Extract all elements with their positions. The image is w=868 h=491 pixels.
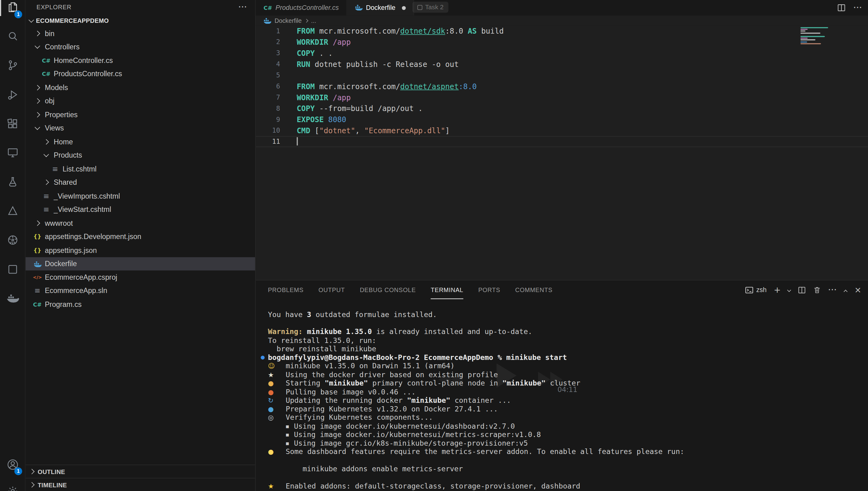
tree-item-bin[interactable]: bin [25, 27, 255, 40]
tree-item-label: List.cshtml [63, 165, 97, 173]
tree-item-productscontroller-cs[interactable]: C#ProductsController.cs [25, 67, 255, 81]
testing-icon[interactable] [0, 168, 25, 197]
panel-tab-ports[interactable]: PORTS [478, 280, 500, 299]
editor-more-actions-icon[interactable]: ··· [853, 5, 863, 10]
breadcrumb-more[interactable]: ... [311, 17, 316, 24]
tree-item-products[interactable]: Products [25, 149, 255, 162]
terminal-line: ★Enabled addons: default-storageclass, s… [268, 482, 868, 490]
command-marker-icon[interactable] [261, 355, 265, 359]
whale-icon: ● [268, 405, 286, 414]
panel-more-actions-icon[interactable]: ··· [829, 287, 837, 293]
panel-tab-output[interactable]: OUTPUT [319, 280, 345, 299]
bulb-icon: ● [268, 448, 286, 457]
tree-item-viewimports-cshtml[interactable]: ≡_ViewImports.cshtml [25, 189, 255, 203]
maximize-panel-icon[interactable] [844, 289, 848, 293]
extensions-icon[interactable] [0, 109, 25, 138]
terminal-dropdown-icon[interactable] [787, 288, 791, 292]
code-text: FROM mcr.microsoft.com/dotnet/sdk:8.0 AS… [297, 25, 504, 36]
tree-item-controllers[interactable]: Controllers [25, 40, 255, 54]
panel-tab-terminal[interactable]: TERMINAL [431, 280, 463, 299]
settings-icon[interactable] [0, 479, 25, 491]
search-icon[interactable] [0, 22, 25, 51]
explorer-section-header[interactable]: ECOMMERCEAPPDEMO [25, 15, 255, 27]
kubernetes-icon[interactable] [0, 226, 25, 255]
terminal-icon [745, 286, 754, 293]
tab-productscontroller-cs[interactable]: C#ProductsController.cs [256, 0, 347, 16]
tree-item-ecommerceapp-sln[interactable]: ≡EcommerceApp.sln [25, 284, 255, 298]
terminal[interactable]: You have 3 outdated formulae installed.W… [256, 299, 868, 491]
remote-explorer-icon[interactable] [0, 138, 25, 167]
terminal-line: ▪ Using image docker.io/kubernetesui/met… [268, 430, 868, 439]
file-tree: binControllersC#HomeController.csC#Produ… [25, 27, 255, 464]
docker-icon[interactable] [0, 284, 25, 313]
terminal-line: ↻Updating the running docker "minikube" … [268, 396, 868, 405]
terminal-line: minikube addons enable metrics-server [268, 464, 868, 473]
code-editor[interactable]: 1FROM mcr.microsoft.com/dotnet/sdk:8.0 A… [256, 25, 868, 280]
chevron-right-icon [29, 482, 34, 488]
list-file-icon: ≡ [33, 287, 42, 295]
breadcrumb: Dockerfile ... [256, 16, 868, 25]
tree-item-views[interactable]: Views [25, 121, 255, 135]
panel-actions: zsh + ··· × [745, 285, 861, 295]
breadcrumb-file[interactable]: Dockerfile [275, 17, 302, 24]
tree-item-viewstart-cshtml[interactable]: ≡_ViewStart.cshtml [25, 203, 255, 216]
terminal-line: ▪ Using image gcr.io/k8s-minikube/storag… [268, 439, 868, 447]
tab-dockerfile[interactable]: Dockerfile [347, 0, 414, 16]
line-number: 3 [256, 48, 280, 59]
panel-tabs: PROBLEMSOUTPUTDEBUG CONSOLETERMINALPORTS… [268, 280, 567, 299]
tree-item-ecommerceapp-csproj[interactable]: </>EcommerceApp.csproj [25, 270, 255, 284]
outline-section[interactable]: OUTLINE [25, 464, 255, 478]
containers-icon[interactable] [0, 255, 25, 284]
tree-item-obj[interactable]: obj [25, 94, 255, 108]
panel-tab-problems[interactable]: PROBLEMS [268, 280, 303, 299]
sidebar-more-actions-icon[interactable]: ··· [239, 4, 248, 10]
list-file-icon: ≡ [42, 192, 51, 200]
chevron-right-icon [33, 86, 42, 90]
code-text: COPY . . [297, 48, 333, 59]
editor-actions: ··· [837, 0, 863, 16]
kill-terminal-icon[interactable] [813, 286, 821, 294]
magnifier-icon: ◎ [268, 413, 286, 422]
tree-item-shared[interactable]: Shared [25, 175, 255, 189]
line-number: 8 [256, 103, 280, 114]
tree-item-program-cs[interactable]: C#Program.cs [25, 298, 255, 311]
azure-icon[interactable] [0, 197, 25, 226]
terminal-line: You have 3 outdated formulae installed. [268, 310, 868, 319]
line-number: 10 [256, 125, 280, 136]
minimap[interactable] [801, 27, 833, 45]
terminal-line: ▪ Using image docker.io/kubernetesui/das… [268, 422, 868, 430]
list-file-icon: ≡ [42, 205, 51, 214]
shell-selector[interactable]: zsh [745, 286, 766, 294]
tree-item-wwwroot[interactable]: wwwroot [25, 216, 255, 230]
split-editor-icon[interactable] [837, 3, 846, 12]
explorer-icon[interactable]: 1 [0, 0, 25, 22]
code-lines: 1FROM mcr.microsoft.com/dotnet/sdk:8.0 A… [256, 25, 868, 147]
recording-task-overlay: Task 2 [412, 2, 449, 12]
tree-item-list-cshtml[interactable]: ≡List.cshtml [25, 162, 255, 175]
task-label: Task 2 [425, 4, 443, 11]
tree-item-appsettings-json[interactable]: {}appsettings.json [25, 243, 255, 257]
chevron-down-icon [28, 17, 34, 23]
tree-item-dockerfile[interactable]: Dockerfile [25, 257, 255, 270]
source-control-icon[interactable] [0, 51, 25, 80]
split-terminal-icon[interactable] [798, 286, 806, 294]
code-text: COPY --from=build /app/out . [297, 103, 423, 114]
close-panel-icon[interactable]: × [855, 285, 862, 295]
timeline-section[interactable]: TIMELINE [25, 478, 255, 491]
run-and-debug-icon[interactable] [0, 80, 25, 109]
csproj-file-icon: </> [33, 275, 42, 280]
tree-item-homecontroller-cs[interactable]: C#HomeController.cs [25, 54, 255, 67]
tree-item-label: Properties [45, 110, 78, 119]
panel-tab-debug-console[interactable]: DEBUG CONSOLE [360, 280, 416, 299]
tree-item-properties[interactable]: Properties [25, 108, 255, 121]
terminal-line: ●Preparing Kubernetes v1.32.0 on Docker … [268, 405, 868, 413]
panel-tab-comments[interactable]: COMMENTS [515, 280, 552, 299]
modified-dot-icon[interactable] [402, 6, 406, 10]
accounts-icon[interactable]: 1 [0, 450, 25, 479]
tree-item-label: EcommerceApp.sln [45, 287, 107, 295]
tree-item-models[interactable]: Models [25, 81, 255, 94]
new-terminal-icon[interactable]: + [774, 285, 781, 295]
tree-item-label: Home [54, 138, 73, 146]
tree-item-home[interactable]: Home [25, 135, 255, 149]
tree-item-appsettings-development-json[interactable]: {}appsettings.Development.json [25, 230, 255, 243]
